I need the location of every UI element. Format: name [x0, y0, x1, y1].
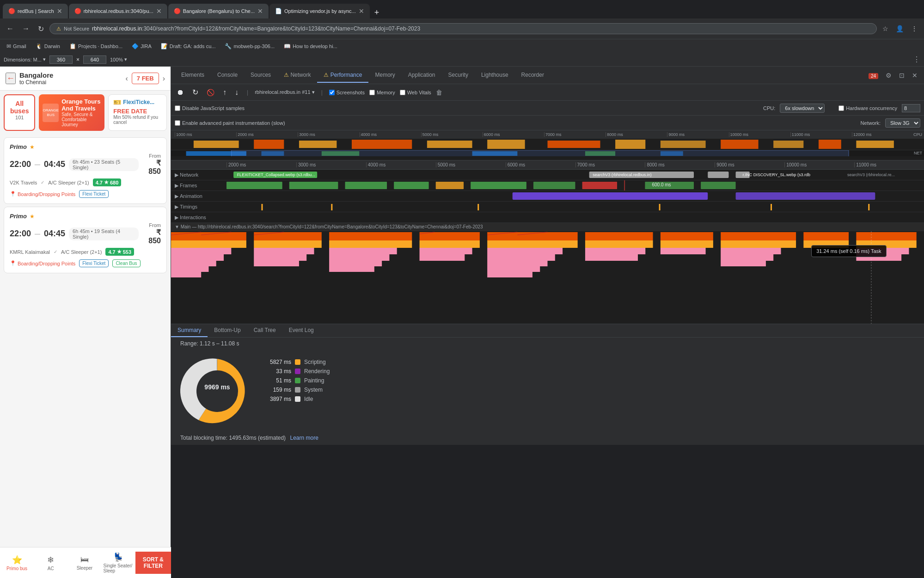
timings-track-label[interactable]: ▶ Timings	[171, 203, 226, 211]
customize-devtools-button[interactable]: ⚙	[883, 70, 894, 80]
screenshots-checkbox[interactable]: Screenshots	[329, 90, 365, 95]
orange-tours-card[interactable]: ORANGE BUS Orange Tours And Travels Safe…	[39, 94, 104, 131]
bookmark-gmail[interactable]: ✉ Gmail	[4, 42, 29, 50]
summary-tab-eventlog[interactable]: Event Log	[282, 324, 320, 337]
network-track-label[interactable]: ▶ Network	[171, 171, 226, 179]
bus-card-1[interactable]: Primo ★ 22:00 — 04:45 6h 45m • 23 Seats …	[4, 137, 167, 204]
more-options-icon[interactable]: ⋮	[913, 55, 920, 64]
learn-more-link[interactable]: Learn more	[290, 435, 318, 441]
tab-bangalore[interactable]: 🔴 Bangalore (Bengaluru) to Che... ✕	[168, 4, 269, 18]
screenshots-checkbox-input[interactable]	[329, 90, 335, 95]
bookmark-icon[interactable]: ☆	[880, 23, 891, 34]
animation-track-label[interactable]: ▶ Animation	[171, 192, 226, 200]
nav-ac[interactable]: ❄ AC	[34, 553, 67, 573]
reload-record-button[interactable]: ↻	[190, 87, 200, 98]
svg-rect-37	[582, 182, 617, 189]
address-text: rbhirelocal.redbus.in:3040/search?fromCi…	[92, 25, 420, 32]
svg-rect-45	[331, 204, 332, 210]
interactions-track-label[interactable]: ▶ Interactions	[171, 214, 226, 221]
tab-security[interactable]: Security	[442, 68, 475, 83]
profile-icon[interactable]: 👤	[893, 23, 906, 34]
system-label: System	[304, 387, 323, 393]
bookmark-howto[interactable]: 📖 How to develop hi...	[281, 42, 340, 50]
tab-application[interactable]: Application	[402, 68, 442, 83]
bookmark-mobweb[interactable]: 🔧 mobweb-pp-306...	[222, 42, 277, 50]
flame-chart[interactable]: 31.24 ms (self 0.16 ms) Task	[171, 231, 924, 324]
hw-concurrency-input[interactable]	[838, 105, 844, 111]
hw-concurrency-value[interactable]	[902, 104, 920, 112]
bookmark-darwin[interactable]: 🐧 Darwin	[33, 42, 63, 50]
tab-close-2[interactable]: ✕	[156, 7, 162, 15]
device-preset[interactable]: Dimensions: M... ▾	[4, 56, 46, 62]
settings-icon[interactable]: ⋮	[908, 23, 920, 34]
network-select[interactable]: Slow 3G	[885, 118, 920, 128]
bookmark-jira[interactable]: 🔷 JIRA	[129, 42, 154, 50]
tab-close-4[interactable]: ✕	[359, 7, 364, 15]
dock-button[interactable]: ⊡	[896, 70, 907, 80]
web-vitals-checkbox[interactable]: Web Vitals	[400, 90, 431, 95]
dimensions-bar: Dimensions: M... ▾ × 100% ▾ ⋮	[0, 53, 924, 67]
tab-optimizing[interactable]: 📄 Optimizing vendor.js by async... ✕	[269, 4, 370, 18]
width-input[interactable]	[49, 55, 73, 64]
summary-tab-summary[interactable]: Summary	[171, 324, 208, 337]
disable-js-checkbox[interactable]: Disable JavaScript samples	[175, 105, 245, 111]
adv-paint-checkbox[interactable]: Enable advanced paint instrumentation (s…	[175, 120, 285, 126]
tab-recorder[interactable]: Recorder	[515, 68, 551, 83]
bookmark-draft[interactable]: 📝 Draft: GA: adds cu...	[158, 42, 219, 50]
adv-paint-input[interactable]	[175, 120, 180, 126]
flexi-ticket-card[interactable]: 🎫 FlexiTicke... FREE DATE Min 50% refund…	[108, 94, 167, 131]
tab-title-2: rbhirelocal.redbus.in:3040/pu...	[84, 8, 153, 14]
clear-recordings-button[interactable]: 🗑	[436, 89, 442, 96]
bus-footer-2: 📍 Boarding/Dropping Points Flexi Ticket …	[10, 259, 161, 267]
console-badge[interactable]: 24	[866, 70, 881, 80]
memory-checkbox-input[interactable]	[369, 90, 375, 95]
disable-js-input[interactable]	[175, 105, 180, 111]
cpu-select[interactable]: 6x slowdown	[780, 104, 825, 113]
tab-memory[interactable]: Memory	[368, 68, 401, 83]
reload-button[interactable]: ↻	[35, 24, 47, 34]
tab-sources[interactable]: Sources	[244, 68, 277, 83]
web-vitals-checkbox-input[interactable]	[400, 90, 405, 95]
frames-track-label[interactable]: ▶ Frames	[171, 182, 226, 190]
nav-primo-bus[interactable]: ⭐ Primo bus	[0, 553, 34, 573]
back-button[interactable]: ←	[4, 24, 17, 34]
summary-tab-calltree[interactable]: Call Tree	[247, 324, 282, 337]
export-button[interactable]: ↓	[233, 87, 240, 98]
tab-close-3[interactable]: ✕	[257, 7, 263, 15]
not-secure-icon: ⚠	[56, 26, 61, 32]
tab-lighthouse[interactable]: Lighthouse	[475, 68, 515, 83]
bookmark-projects[interactable]: 📋 Projects · Dashbo...	[67, 42, 125, 50]
close-devtools-button[interactable]: ✕	[909, 70, 920, 80]
summary-tab-bottomup[interactable]: Bottom-Up	[208, 324, 247, 337]
tab-elements[interactable]: Elements	[175, 68, 211, 83]
svg-rect-79	[585, 232, 653, 240]
zoom-control[interactable]: 100% ▾	[110, 56, 127, 62]
nav-single[interactable]: 💺 Single Seater/ Sleep	[102, 550, 135, 575]
mobile-back-button[interactable]: ←	[6, 73, 16, 84]
tab-close-1[interactable]: ✕	[57, 7, 62, 15]
prev-date-button[interactable]: ‹	[126, 74, 128, 83]
tab-redbus[interactable]: 🔴 redBus | Search ✕	[3, 4, 68, 18]
new-tab-button[interactable]: +	[371, 7, 383, 18]
all-buses-card[interactable]: All buses 101	[4, 94, 35, 131]
tab-console[interactable]: Console	[211, 68, 244, 83]
address-bar[interactable]: ⚠ Not Secure rbhirelocal.redbus.in:3040/…	[49, 23, 877, 34]
price-block-2: From ₹ 850	[142, 222, 161, 245]
next-date-button[interactable]: ›	[163, 74, 165, 83]
forward-button[interactable]: →	[19, 24, 32, 34]
boarding-points-2[interactable]: 📍 Boarding/Dropping Points	[10, 260, 75, 266]
profile-selector[interactable]: rbhirelocal.redbus.in #11 ▾	[255, 89, 315, 95]
tab-rbhire[interactable]: 🔴 rbhirelocal.redbus.in:3040/pu... ✕	[69, 4, 167, 18]
tab-network[interactable]: ⚠ Network	[277, 68, 317, 83]
tab-performance[interactable]: ⚠ Performance	[317, 68, 368, 83]
gmail-icon: ✉	[6, 43, 11, 49]
sort-filter-button[interactable]: SORT &FILTER	[135, 552, 171, 574]
memory-checkbox[interactable]: Memory	[369, 90, 395, 95]
height-input[interactable]	[83, 55, 106, 64]
record-button[interactable]: ⏺	[175, 87, 186, 98]
bus-card-2[interactable]: Primo ★ 22:00 — 04:45 6h 45m • 19 Seats …	[4, 207, 167, 273]
import-button[interactable]: ↑	[221, 87, 228, 98]
boarding-points-1[interactable]: 📍 Boarding/Dropping Points	[10, 191, 75, 197]
nav-sleeper[interactable]: 🛏 Sleeper	[67, 553, 101, 572]
clear-button[interactable]: 🚫	[205, 88, 216, 97]
